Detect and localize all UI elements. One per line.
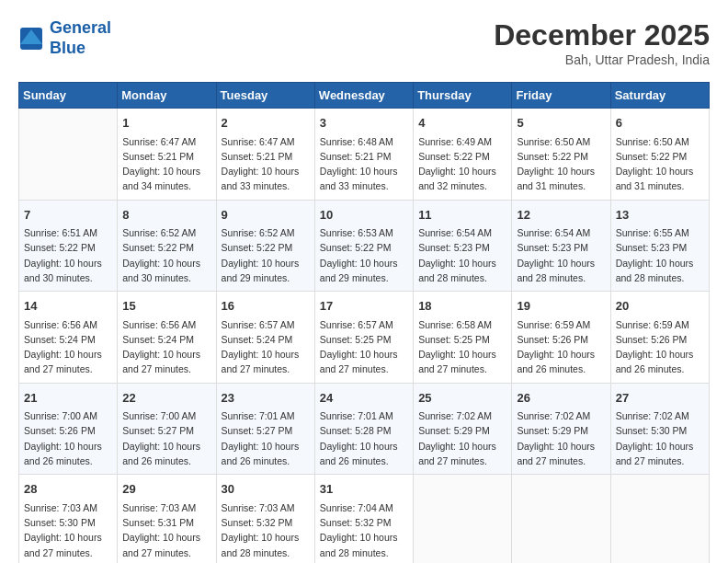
calendar-cell: 11Sunrise: 6:54 AM Sunset: 5:23 PM Dayli… [414, 200, 512, 292]
day-number: 29 [122, 480, 210, 499]
day-number: 3 [320, 114, 408, 132]
calendar-cell [512, 475, 610, 563]
day-number: 26 [517, 389, 605, 408]
calendar-cell: 24Sunrise: 7:01 AM Sunset: 5:28 PM Dayli… [314, 383, 413, 475]
day-number: 5 [517, 114, 605, 132]
day-number: 16 [222, 297, 310, 316]
calendar-cell [610, 475, 709, 563]
calendar-cell: 1Sunrise: 6:47 AM Sunset: 5:21 PM Daylig… [118, 109, 216, 201]
day-number: 30 [222, 480, 310, 499]
calendar-cell: 31Sunrise: 7:04 AM Sunset: 5:32 PM Dayli… [314, 475, 413, 563]
day-number: 21 [24, 389, 112, 408]
day-number: 2 [222, 114, 310, 132]
day-number: 28 [24, 480, 112, 499]
calendar-cell: 20Sunrise: 6:59 AM Sunset: 5:26 PM Dayli… [610, 292, 709, 384]
calendar-cell: 19Sunrise: 6:59 AM Sunset: 5:26 PM Dayli… [512, 292, 610, 384]
logo-line2: Blue [50, 39, 85, 57]
calendar-week-5: 28Sunrise: 7:03 AM Sunset: 5:30 PM Dayli… [19, 475, 710, 563]
logo: General Blue [18, 18, 111, 58]
month-title: December 2025 [494, 18, 710, 52]
day-info: Sunrise: 6:51 AM Sunset: 5:22 PM Dayligh… [24, 225, 112, 285]
day-info: Sunrise: 6:50 AM Sunset: 5:22 PM Dayligh… [517, 134, 605, 194]
calendar-week-3: 14Sunrise: 6:56 AM Sunset: 5:24 PM Dayli… [19, 292, 710, 384]
calendar-cell: 8Sunrise: 6:52 AM Sunset: 5:22 PM Daylig… [118, 200, 216, 292]
day-info: Sunrise: 6:52 AM Sunset: 5:22 PM Dayligh… [222, 225, 310, 285]
calendar-body: 1Sunrise: 6:47 AM Sunset: 5:21 PM Daylig… [19, 109, 710, 564]
day-info: Sunrise: 6:48 AM Sunset: 5:21 PM Dayligh… [320, 134, 408, 194]
calendar-cell: 22Sunrise: 7:00 AM Sunset: 5:27 PM Dayli… [118, 383, 216, 475]
day-info: Sunrise: 6:47 AM Sunset: 5:21 PM Dayligh… [122, 134, 210, 194]
logo-line1: General [50, 18, 111, 37]
calendar-cell: 26Sunrise: 7:02 AM Sunset: 5:29 PM Dayli… [512, 383, 610, 475]
calendar-cell: 27Sunrise: 7:02 AM Sunset: 5:30 PM Dayli… [610, 383, 709, 475]
calendar-table: SundayMondayTuesdayWednesdayThursdayFrid… [18, 82, 710, 563]
day-info: Sunrise: 6:58 AM Sunset: 5:25 PM Dayligh… [418, 317, 506, 377]
calendar-cell: 28Sunrise: 7:03 AM Sunset: 5:30 PM Dayli… [19, 475, 118, 563]
calendar-cell: 15Sunrise: 6:56 AM Sunset: 5:24 PM Dayli… [118, 292, 216, 384]
day-number: 22 [122, 389, 210, 408]
day-info: Sunrise: 7:00 AM Sunset: 5:26 PM Dayligh… [24, 408, 112, 468]
day-info: Sunrise: 7:02 AM Sunset: 5:30 PM Dayligh… [616, 408, 704, 468]
day-number: 13 [616, 206, 704, 224]
calendar-header: SundayMondayTuesdayWednesdayThursdayFrid… [19, 83, 710, 109]
calendar-cell: 25Sunrise: 7:02 AM Sunset: 5:29 PM Dayli… [414, 383, 512, 475]
day-info: Sunrise: 6:52 AM Sunset: 5:22 PM Dayligh… [122, 225, 210, 285]
calendar-cell: 21Sunrise: 7:00 AM Sunset: 5:26 PM Dayli… [19, 383, 118, 475]
day-number: 6 [616, 114, 704, 132]
calendar-cell: 9Sunrise: 6:52 AM Sunset: 5:22 PM Daylig… [216, 200, 314, 292]
calendar-cell: 16Sunrise: 6:57 AM Sunset: 5:24 PM Dayli… [216, 292, 314, 384]
day-number: 14 [24, 297, 112, 316]
day-info: Sunrise: 6:50 AM Sunset: 5:22 PM Dayligh… [616, 134, 704, 194]
day-number: 7 [24, 206, 112, 224]
day-number: 18 [418, 297, 506, 316]
calendar-cell: 14Sunrise: 6:56 AM Sunset: 5:24 PM Dayli… [19, 292, 118, 384]
calendar-cell: 12Sunrise: 6:54 AM Sunset: 5:23 PM Dayli… [512, 200, 610, 292]
day-info: Sunrise: 6:56 AM Sunset: 5:24 PM Dayligh… [122, 317, 210, 377]
day-info: Sunrise: 7:00 AM Sunset: 5:27 PM Dayligh… [122, 408, 210, 468]
page-header: General Blue December 2025 Bah, Uttar Pr… [18, 18, 710, 67]
day-info: Sunrise: 7:03 AM Sunset: 5:30 PM Dayligh… [24, 500, 112, 560]
calendar-week-4: 21Sunrise: 7:00 AM Sunset: 5:26 PM Dayli… [19, 383, 710, 475]
calendar-cell: 29Sunrise: 7:03 AM Sunset: 5:31 PM Dayli… [118, 475, 216, 563]
weekday-header-wednesday: Wednesday [314, 83, 413, 109]
location-subtitle: Bah, Uttar Pradesh, India [494, 52, 710, 67]
day-info: Sunrise: 6:59 AM Sunset: 5:26 PM Dayligh… [616, 317, 704, 377]
calendar-cell: 6Sunrise: 6:50 AM Sunset: 5:22 PM Daylig… [610, 109, 709, 201]
calendar-cell [414, 475, 512, 563]
weekday-header-friday: Friday [512, 83, 610, 109]
day-info: Sunrise: 6:57 AM Sunset: 5:24 PM Dayligh… [222, 317, 310, 377]
day-number: 9 [222, 206, 310, 224]
weekday-header-saturday: Saturday [610, 83, 709, 109]
day-number: 4 [418, 114, 506, 132]
calendar-cell: 23Sunrise: 7:01 AM Sunset: 5:27 PM Dayli… [216, 383, 314, 475]
calendar-cell: 5Sunrise: 6:50 AM Sunset: 5:22 PM Daylig… [512, 109, 610, 201]
day-number: 23 [222, 389, 310, 408]
day-info: Sunrise: 6:57 AM Sunset: 5:25 PM Dayligh… [320, 317, 408, 377]
calendar-cell: 18Sunrise: 6:58 AM Sunset: 5:25 PM Dayli… [414, 292, 512, 384]
day-info: Sunrise: 6:53 AM Sunset: 5:22 PM Dayligh… [320, 225, 408, 285]
day-info: Sunrise: 7:04 AM Sunset: 5:32 PM Dayligh… [320, 500, 408, 560]
weekday-header-monday: Monday [118, 83, 216, 109]
day-info: Sunrise: 7:02 AM Sunset: 5:29 PM Dayligh… [517, 408, 605, 468]
calendar-cell: 13Sunrise: 6:55 AM Sunset: 5:23 PM Dayli… [610, 200, 709, 292]
day-number: 12 [517, 206, 605, 224]
logo-icon [18, 26, 44, 52]
day-number: 17 [320, 297, 408, 316]
day-number: 11 [418, 206, 506, 224]
day-info: Sunrise: 7:01 AM Sunset: 5:28 PM Dayligh… [320, 408, 408, 468]
calendar-week-1: 1Sunrise: 6:47 AM Sunset: 5:21 PM Daylig… [19, 109, 710, 201]
calendar-cell: 4Sunrise: 6:49 AM Sunset: 5:22 PM Daylig… [414, 109, 512, 201]
day-info: Sunrise: 6:55 AM Sunset: 5:23 PM Dayligh… [616, 225, 704, 285]
day-number: 20 [616, 297, 704, 316]
day-info: Sunrise: 7:01 AM Sunset: 5:27 PM Dayligh… [222, 408, 310, 468]
weekday-header-thursday: Thursday [414, 83, 512, 109]
title-block: December 2025 Bah, Uttar Pradesh, India [494, 18, 710, 67]
calendar-cell: 2Sunrise: 6:47 AM Sunset: 5:21 PM Daylig… [216, 109, 314, 201]
calendar-cell: 10Sunrise: 6:53 AM Sunset: 5:22 PM Dayli… [314, 200, 413, 292]
day-info: Sunrise: 6:54 AM Sunset: 5:23 PM Dayligh… [418, 225, 506, 285]
weekday-header-sunday: Sunday [19, 83, 118, 109]
day-info: Sunrise: 6:47 AM Sunset: 5:21 PM Dayligh… [222, 134, 310, 194]
weekday-header-tuesday: Tuesday [216, 83, 314, 109]
day-info: Sunrise: 6:59 AM Sunset: 5:26 PM Dayligh… [517, 317, 605, 377]
day-number: 31 [320, 480, 408, 499]
